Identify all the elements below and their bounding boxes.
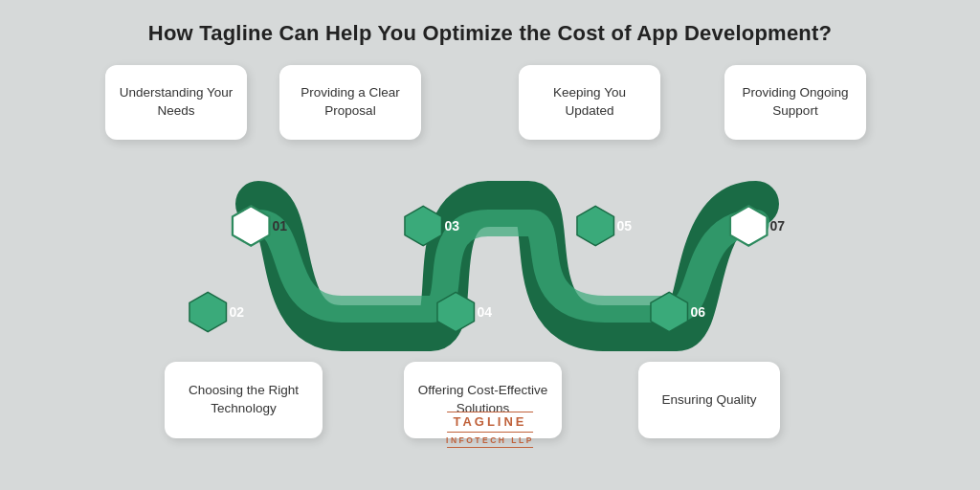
svg-marker-3	[437, 292, 474, 331]
card-clear-proposal: Providing a Clear Proposal	[279, 65, 421, 140]
svg-marker-4	[577, 206, 613, 245]
card-keeping-updated: Keeping You Updated	[519, 65, 660, 140]
svg-marker-2	[405, 206, 441, 245]
svg-marker-6	[730, 206, 767, 245]
node-05: 05	[574, 197, 632, 255]
node-04: 04	[434, 283, 492, 341]
svg-marker-1	[189, 292, 226, 331]
card-ensuring-quality: Ensuring Quality	[638, 362, 780, 438]
card-understanding-needs: Understanding Your Needs	[105, 65, 247, 140]
node-02: 02	[187, 283, 244, 341]
svg-marker-0	[233, 206, 269, 245]
diagram-area: Understanding Your Needs Providing a Cle…	[21, 56, 959, 457]
card-ongoing-support: Providing Ongoing Support	[724, 65, 866, 140]
brand-logo: TAGLINE INFOTECH LLP	[446, 410, 534, 450]
card-right-technology: Choosing the Right Technology	[165, 362, 323, 438]
svg-marker-5	[651, 292, 687, 331]
node-07: 07	[727, 197, 785, 255]
node-01: 01	[230, 197, 287, 255]
node-06: 06	[648, 283, 705, 341]
page-title: How Tagline Can Help You Optimize the Co…	[129, 0, 851, 56]
node-03: 03	[402, 197, 459, 255]
